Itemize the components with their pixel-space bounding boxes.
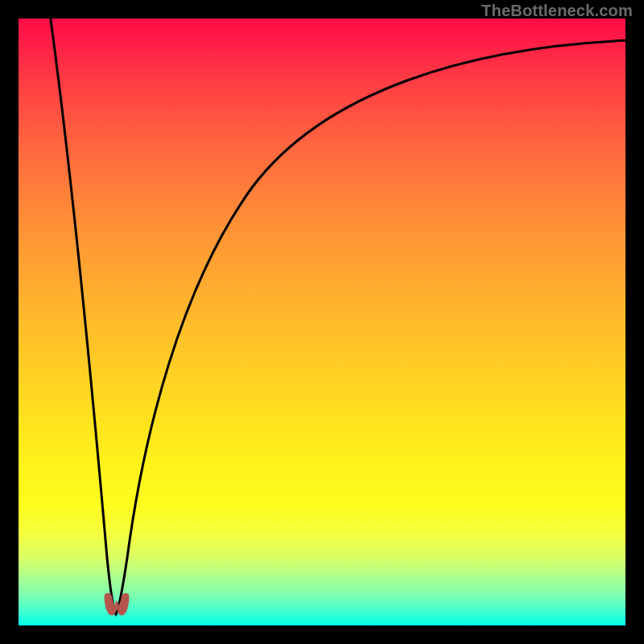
chart-frame: TheBottleneck.com <box>0 0 644 644</box>
plot-area <box>19 19 625 625</box>
bottleneck-curve <box>50 19 625 614</box>
curve-layer <box>19 19 625 625</box>
attribution-text: TheBottleneck.com <box>481 2 633 20</box>
